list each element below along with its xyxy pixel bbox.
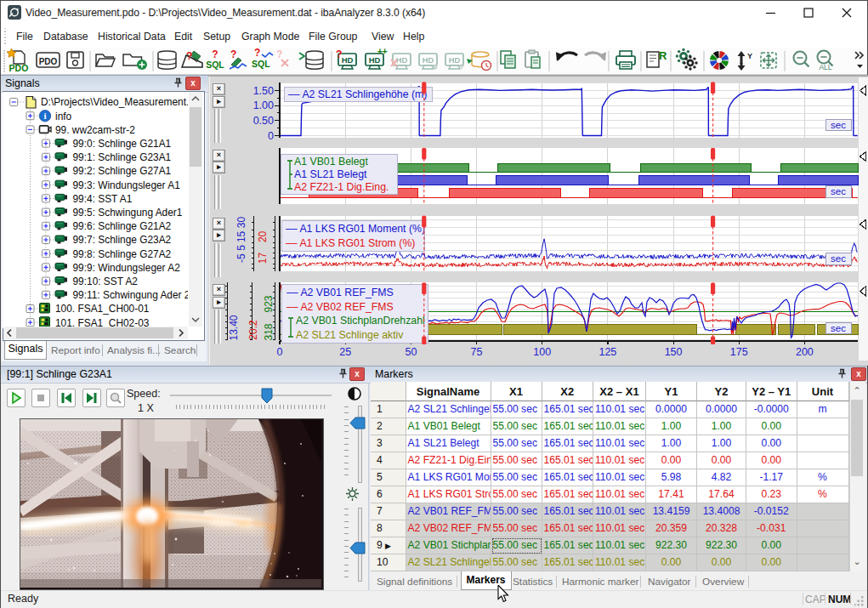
svg-text:99:3: Windungsleger A1: 99:3: Windungsleger A1 bbox=[73, 179, 181, 191]
svg-text:sec: sec bbox=[831, 323, 846, 333]
svg-text:HD: HD bbox=[449, 55, 461, 65]
svg-text:HD: HD bbox=[369, 55, 381, 65]
svg-text:99:5: Schwingung Ader1: 99:5: Schwingung Ader1 bbox=[73, 207, 183, 219]
svg-text:Y: Y bbox=[747, 52, 752, 60]
svg-text:HD: HD bbox=[396, 55, 408, 65]
svg-text:99:2: Schlinge G27A1: 99:2: Schlinge G27A1 bbox=[73, 165, 172, 177]
svg-text:20: 20 bbox=[257, 230, 269, 242]
svg-text:99:8: Schlinge G27A2: 99:8: Schlinge G27A2 bbox=[73, 248, 172, 260]
svg-text:15: 15 bbox=[235, 230, 247, 242]
svg-text:HD: HD bbox=[423, 55, 434, 65]
svg-text:?: ? bbox=[212, 48, 218, 60]
svg-text:SQL: SQL bbox=[206, 60, 224, 70]
svg-text:++: ++ bbox=[377, 48, 388, 56]
svg-text:150: 150 bbox=[665, 346, 683, 358]
svg-text:100. FSA1_CH00-01: 100. FSA1_CH00-01 bbox=[55, 303, 150, 315]
svg-text:99:7: Schlinge G23A2: 99:7: Schlinge G23A2 bbox=[73, 234, 172, 246]
svg-text:?: ? bbox=[230, 48, 236, 60]
svg-text:99:4: SST A1: 99:4: SST A1 bbox=[73, 193, 133, 205]
svg-text:D:\Projects\Video_Measurement.: D:\Projects\Video_Measurement.dat bbox=[41, 96, 188, 108]
svg-text:175: 175 bbox=[730, 346, 748, 358]
svg-text:sec: sec bbox=[831, 120, 846, 130]
svg-text:200: 200 bbox=[796, 346, 814, 358]
svg-text:R: R bbox=[659, 49, 667, 62]
svg-text:-5: -5 bbox=[235, 253, 247, 263]
svg-text:99:9: Windungsleger A2: 99:9: Windungsleger A2 bbox=[73, 262, 181, 274]
svg-text:99:0: Schlinge G21A1: 99:0: Schlinge G21A1 bbox=[73, 138, 172, 150]
svg-text:30: 30 bbox=[235, 217, 247, 229]
svg-text:0.50: 0.50 bbox=[253, 115, 274, 127]
svg-text:PDO: PDO bbox=[9, 63, 29, 73]
svg-text:923: 923 bbox=[263, 295, 275, 312]
svg-text:1.00: 1.00 bbox=[253, 99, 274, 111]
svg-text:50: 50 bbox=[405, 346, 417, 358]
svg-text:i: i bbox=[43, 111, 46, 121]
svg-text:100: 100 bbox=[533, 346, 551, 358]
svg-text:PDO: PDO bbox=[39, 57, 58, 66]
svg-text:?: ? bbox=[254, 48, 260, 59]
svg-text:ALL: ALL bbox=[819, 63, 831, 71]
svg-text:20.2: 20.2 bbox=[247, 320, 259, 340]
svg-text:17: 17 bbox=[257, 253, 269, 264]
svg-text:13.40: 13.40 bbox=[228, 315, 240, 340]
svg-text:318: 318 bbox=[263, 323, 275, 340]
svg-text:99:1: Schlinge G23A1: 99:1: Schlinge G23A1 bbox=[73, 151, 172, 163]
svg-text:sec: sec bbox=[831, 253, 846, 264]
svg-text:99. ww2cam-str-2: 99. ww2cam-str-2 bbox=[55, 124, 135, 136]
svg-text:?: ? bbox=[186, 50, 192, 62]
svg-text:SQL: SQL bbox=[252, 59, 270, 69]
svg-text:25: 25 bbox=[339, 346, 351, 358]
svg-text:5: 5 bbox=[235, 245, 247, 251]
svg-text:?: ? bbox=[276, 48, 282, 60]
svg-text:99:11: Schwingung Ader 2: 99:11: Schwingung Ader 2 bbox=[73, 289, 189, 301]
svg-text:1.50: 1.50 bbox=[253, 85, 274, 97]
svg-text:0: 0 bbox=[268, 130, 274, 142]
svg-text:99:10: SST A2: 99:10: SST A2 bbox=[73, 276, 139, 287]
svg-text:HD: HD bbox=[342, 55, 354, 65]
svg-text:sec: sec bbox=[831, 186, 846, 196]
svg-text:?: ? bbox=[336, 48, 342, 60]
svg-text:75: 75 bbox=[471, 346, 483, 358]
svg-text:125: 125 bbox=[599, 346, 616, 358]
svg-text:99:6: Schlinge G21A2: 99:6: Schlinge G21A2 bbox=[73, 220, 172, 232]
svg-text:info: info bbox=[55, 111, 72, 122]
svg-text:0: 0 bbox=[277, 346, 283, 358]
